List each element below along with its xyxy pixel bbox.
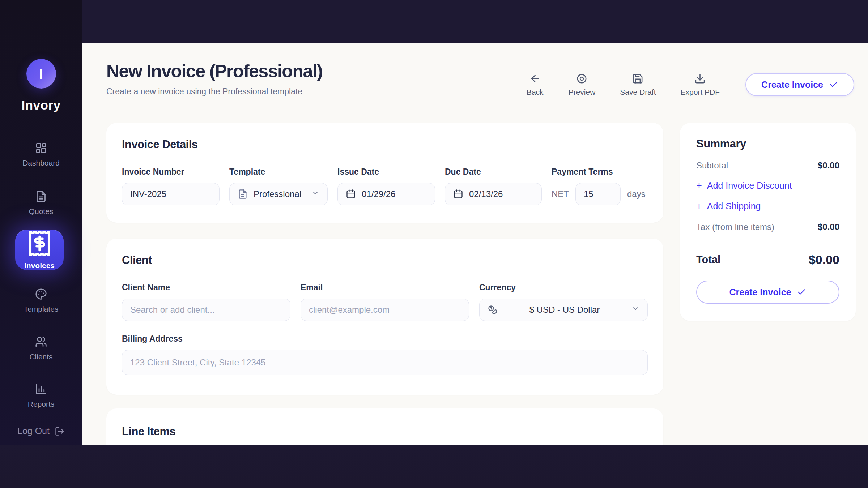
total-label: Total [696, 254, 720, 266]
payment-terms-input[interactable] [584, 189, 612, 199]
invoice-details-fields: Invoice Number Template Professional Iss… [122, 167, 648, 205]
client-name-field: Client Name [122, 283, 290, 321]
payment-terms-field: Payment Terms NET days [552, 167, 646, 205]
check-icon [829, 80, 838, 89]
terms-input-wrap [575, 183, 621, 205]
client-name-input-wrap [122, 299, 290, 321]
issue-date-field: Issue Date 01/29/26 [337, 167, 435, 205]
calendar-icon [346, 189, 356, 199]
check-icon [797, 287, 806, 297]
tax-row: Tax (from line items) $0.00 [696, 222, 839, 232]
brand[interactable]: I Invory [0, 59, 82, 112]
main-panel: New Invoice (Professional) Create a new … [82, 43, 868, 445]
line-items-heading: Line Items [122, 425, 648, 438]
eye-icon [576, 73, 587, 84]
sidebar-item-label: Dashboard [22, 159, 60, 167]
coins-icon [488, 305, 498, 315]
billing-address-input[interactable] [130, 358, 639, 368]
add-discount-link[interactable]: + Add Invoice Discount [696, 180, 839, 191]
header-toolbar: Back Preview Save Draft Export PDF Creat… [514, 68, 854, 101]
chevron-down-icon [631, 305, 639, 315]
logout-icon [55, 426, 65, 436]
due-date-picker[interactable]: 02/13/26 [445, 183, 542, 205]
arrow-left-icon [529, 73, 541, 84]
sidebar-item-invoices[interactable]: Invoices [15, 230, 64, 270]
template-field: Template Professional [229, 167, 328, 205]
billing-address-label: Billing Address [122, 334, 648, 344]
top-dark-band [82, 0, 868, 43]
template-select[interactable]: Professional [229, 183, 328, 205]
client-name-input[interactable] [130, 305, 282, 315]
sidebar-item-label: Templates [24, 305, 59, 313]
page-subtitle: Create a new invoice using the Professio… [106, 87, 302, 97]
back-label: Back [527, 88, 544, 97]
save-draft-button[interactable]: Save Draft [608, 73, 668, 97]
summary-heading: Summary [696, 137, 839, 150]
add-shipping-label: Add Shipping [707, 201, 761, 211]
chevron-down-icon [311, 189, 319, 199]
add-discount-label: Add Invoice Discount [707, 180, 792, 191]
sidebar: I Invory Dashboard Quotes Invoices Templ… [0, 0, 82, 445]
sidebar-item-label: Clients [29, 352, 52, 361]
logout-button[interactable]: Log Out [0, 426, 82, 436]
save-draft-label: Save Draft [620, 88, 656, 97]
bottom-dark-band [0, 445, 868, 488]
tax-value: $0.00 [818, 222, 839, 232]
client-email-input[interactable] [309, 305, 461, 315]
sidebar-item-clients[interactable]: Clients [0, 336, 82, 361]
invoice-number-input[interactable] [130, 189, 211, 199]
create-invoice-button-summary[interactable]: Create Invoice [696, 281, 839, 304]
summary-card: Summary Subtotal $0.00 + Add Invoice Dis… [680, 123, 856, 321]
issue-date-picker[interactable]: 01/29/26 [337, 183, 435, 205]
invoice-details-heading: Invoice Details [122, 138, 648, 151]
client-card: Client Client Name Email Currency [106, 239, 663, 395]
back-button[interactable]: Back [514, 73, 556, 97]
billing-address-field: Billing Address [122, 334, 648, 375]
subtotal-value: $0.00 [818, 160, 839, 171]
client-fields: Client Name Email Currency $ USD - U [122, 283, 648, 321]
total-value: $0.00 [809, 253, 839, 267]
payment-terms-controls: NET days [552, 183, 646, 205]
client-email-label: Email [301, 283, 469, 292]
bar-chart-icon [35, 383, 47, 395]
create-invoice-label: Create Invoice [729, 287, 791, 297]
invoice-details-card: Invoice Details Invoice Number Template … [106, 123, 663, 223]
net-prefix: NET [552, 189, 569, 199]
palette-icon [35, 288, 47, 300]
sidebar-item-reports[interactable]: Reports [0, 383, 82, 408]
due-date-value: 02/13/26 [469, 189, 503, 199]
subtotal-label: Subtotal [696, 160, 728, 171]
template-value: Professional [254, 189, 301, 199]
app-logo: I [26, 59, 56, 89]
sidebar-item-dashboard[interactable]: Dashboard [0, 142, 82, 167]
page-title: New Invoice (Professional) [106, 61, 322, 82]
total-row: Total $0.00 [696, 253, 839, 267]
sidebar-item-label: Reports [28, 400, 55, 408]
currency-select[interactable]: $ USD - US Dollar [479, 299, 648, 321]
app-canvas: I Invory Dashboard Quotes Invoices Templ… [0, 0, 868, 488]
due-date-field: Due Date 02/13/26 [445, 167, 542, 205]
toolbar-divider [732, 68, 732, 101]
currency-field: Currency $ USD - US Dollar [479, 283, 648, 321]
sidebar-item-label: Quotes [29, 207, 54, 216]
add-shipping-link[interactable]: + Add Shipping [696, 201, 839, 212]
summary-divider [696, 243, 839, 243]
invoice-number-label: Invoice Number [122, 167, 220, 177]
subtotal-row: Subtotal $0.00 [696, 160, 839, 171]
sidebar-item-quotes[interactable]: Quotes [0, 191, 82, 216]
export-pdf-button[interactable]: Export PDF [668, 73, 732, 97]
brand-name: Invory [21, 98, 60, 112]
file-icon [238, 189, 248, 199]
save-icon [632, 73, 643, 84]
billing-address-input-wrap [122, 350, 648, 375]
line-items-card: Line Items [106, 408, 663, 445]
preview-button[interactable]: Preview [556, 73, 608, 97]
issue-date-value: 01/29/26 [362, 189, 395, 199]
logout-label: Log Out [17, 426, 50, 436]
create-invoice-label: Create Invoice [761, 80, 823, 90]
plus-icon: + [696, 180, 702, 191]
sidebar-item-templates[interactable]: Templates [0, 288, 82, 313]
invoice-number-input-wrap [122, 183, 220, 205]
receipt-icon [26, 230, 54, 257]
create-invoice-button-header[interactable]: Create Invoice [745, 73, 854, 96]
